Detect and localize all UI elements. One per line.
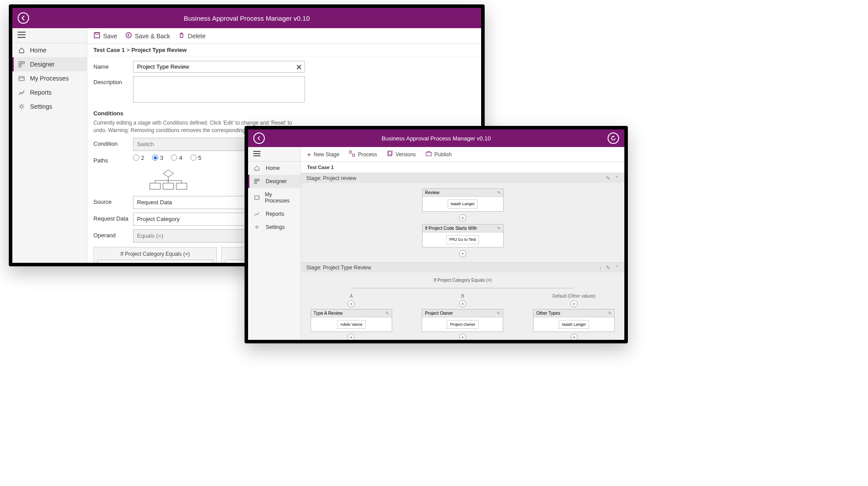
- sidebar-label: My Processes: [265, 191, 294, 204]
- add-node-button[interactable]: +: [459, 250, 466, 257]
- sidebar-label: Home: [30, 47, 46, 54]
- home-icon: [19, 47, 26, 53]
- save-back-button[interactable]: Save & Back: [125, 32, 170, 40]
- sidebar: Home Designer My Processes Reports Setti…: [12, 28, 87, 263]
- condition-label: Condition: [93, 138, 133, 147]
- branch-b: B + Project Owner✎ Project Owner +: [422, 294, 503, 340]
- clear-icon[interactable]: ✕: [296, 63, 302, 72]
- branch-path-label: Default (Other values): [553, 294, 596, 298]
- sidebar-item-home[interactable]: Home: [248, 162, 300, 175]
- sidebar-label: Settings: [266, 224, 285, 230]
- paths-opt-5[interactable]: 5: [190, 155, 201, 161]
- sidebar-label: Reports: [30, 89, 52, 96]
- condition-value: Switch: [137, 141, 154, 147]
- sidebar-item-settings[interactable]: Settings: [248, 221, 300, 234]
- svg-rect-26: [426, 152, 431, 156]
- edit-node-icon[interactable]: ✎: [608, 311, 612, 316]
- svg-rect-0: [19, 62, 21, 64]
- breadcrumb-root[interactable]: Test Case 1: [93, 47, 125, 53]
- node-type-a-review[interactable]: Type A Review✎ Adele Vance: [311, 309, 392, 332]
- opt-label: 2: [141, 155, 144, 161]
- hamburger-icon[interactable]: [18, 32, 26, 38]
- home-icon: [254, 166, 261, 171]
- collapse-stage-icon[interactable]: ⌃: [615, 265, 619, 271]
- node-if-project-code[interactable]: If Project Code Starts With✎ PRJ Go to T…: [422, 224, 504, 247]
- svg-point-7: [126, 33, 131, 38]
- sidebar-item-designer[interactable]: Designer: [248, 175, 300, 188]
- reqdata-label: Request Data: [93, 213, 133, 222]
- back-button[interactable]: [18, 12, 29, 24]
- breadcrumb-leaf: Project Type Review: [131, 47, 186, 53]
- back-button[interactable]: [253, 133, 265, 144]
- node-project-owner[interactable]: Project Owner✎ Project Owner: [422, 309, 503, 332]
- plus-icon: +: [307, 151, 311, 158]
- edit-node-icon[interactable]: ✎: [497, 190, 501, 195]
- paths-opt-2[interactable]: 2: [133, 155, 144, 161]
- svg-rect-18: [257, 179, 259, 181]
- versions-button[interactable]: Versions: [387, 151, 416, 158]
- edit-node-icon[interactable]: ✎: [386, 311, 389, 316]
- new-stage-button[interactable]: + New Stage: [307, 151, 339, 158]
- add-node-button[interactable]: +: [459, 214, 466, 221]
- stage-actions: ✎ ⌃: [606, 175, 619, 181]
- source-value: Request Data: [137, 199, 172, 206]
- gear-icon: [254, 225, 261, 230]
- sidebar-item-reports[interactable]: Reports: [12, 85, 87, 99]
- sidebar-label: Reports: [266, 211, 284, 217]
- add-node-button[interactable]: +: [571, 300, 578, 307]
- add-node-button[interactable]: +: [348, 300, 355, 307]
- hamburger-icon[interactable]: [253, 151, 260, 156]
- name-input[interactable]: [133, 61, 305, 73]
- svg-rect-17: [255, 179, 256, 181]
- breadcrumb-sep: >: [126, 47, 130, 53]
- sidebar-item-designer[interactable]: Designer: [12, 57, 87, 71]
- sidebar-item-reports[interactable]: Reports: [248, 207, 300, 221]
- paths-opt-4[interactable]: 4: [171, 155, 182, 161]
- svg-rect-2: [19, 65, 21, 67]
- sidebar-item-my-processes[interactable]: My Processes: [248, 188, 300, 207]
- publish-button[interactable]: Publish: [426, 151, 452, 158]
- add-node-button[interactable]: +: [459, 334, 466, 340]
- sidebar-label: Designer: [266, 178, 287, 184]
- refresh-button[interactable]: [608, 133, 619, 144]
- sidebar-item-home[interactable]: Home: [12, 43, 87, 57]
- paths-label: Paths: [93, 155, 133, 164]
- col-type-select[interactable]: Static value ▾: [97, 260, 213, 263]
- process-button[interactable]: Process: [349, 151, 377, 158]
- paths-opt-3[interactable]: 3: [152, 155, 163, 161]
- process-icon: [349, 151, 355, 158]
- chevron-down-icon: ▾: [206, 262, 209, 263]
- add-node-button[interactable]: +: [571, 334, 578, 340]
- stage-title: Stage: Project Type Review: [306, 265, 371, 271]
- opt-label: 3: [160, 155, 163, 161]
- move-down-icon[interactable]: ↓: [599, 265, 601, 271]
- reports-icon: [254, 211, 261, 217]
- breadcrumb: Test Case 1 > Project Type Review: [87, 44, 481, 56]
- node-review[interactable]: Review✎ Isaiah Langer: [422, 188, 504, 212]
- edit-node-icon[interactable]: ✎: [497, 226, 501, 231]
- branch-connector: [352, 288, 574, 288]
- sidebar-label: Home: [266, 165, 280, 171]
- branch-condition-label: If Project Category Equals (=): [434, 278, 491, 283]
- edit-stage-icon[interactable]: ✎: [606, 175, 610, 181]
- edit-stage-icon[interactable]: ✎: [606, 265, 610, 271]
- app-title: Business Approval Process Manager v0.10: [184, 15, 310, 22]
- breadcrumb-root[interactable]: Test Case 1: [307, 165, 334, 170]
- save-button[interactable]: Save: [93, 32, 117, 40]
- breadcrumb: Test Case 1: [301, 162, 624, 173]
- sidebar-item-my-processes[interactable]: My Processes: [12, 71, 87, 85]
- sidebar-item-settings[interactable]: Settings: [12, 99, 87, 114]
- designer-icon: [19, 61, 26, 67]
- description-input[interactable]: [133, 76, 305, 103]
- toolbar: + New Stage Process Versions Publish: [301, 147, 624, 162]
- svg-rect-3: [19, 77, 24, 81]
- edit-node-icon[interactable]: ✎: [497, 311, 500, 316]
- add-node-button[interactable]: +: [459, 300, 466, 307]
- delete-button[interactable]: Delete: [178, 32, 205, 40]
- svg-rect-1: [22, 62, 24, 64]
- svg-rect-19: [255, 182, 256, 184]
- source-label: Source: [93, 196, 133, 205]
- collapse-stage-icon[interactable]: ⌃: [615, 175, 619, 181]
- node-other-types[interactable]: Other Types✎ Isaiah Langer: [533, 309, 615, 332]
- add-node-button[interactable]: +: [348, 334, 355, 340]
